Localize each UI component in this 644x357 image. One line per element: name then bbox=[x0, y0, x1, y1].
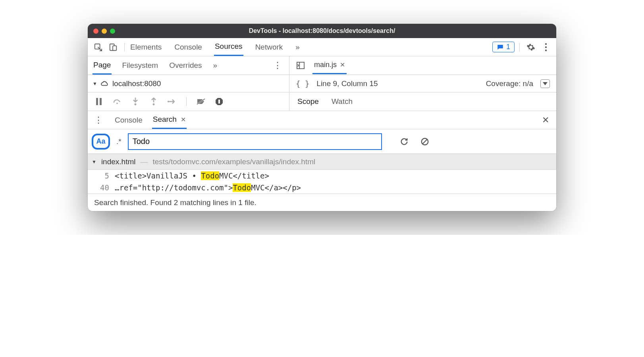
close-tab-icon[interactable]: ✕ bbox=[340, 61, 345, 69]
device-toolbar-icon[interactable] bbox=[107, 41, 120, 54]
editor-statusbar: { } Line 9, Column 15 Coverage: n/a bbox=[289, 75, 556, 92]
sources-body-row: ▼ localhost:8080 { } Line 9, Column 15 C… bbox=[88, 75, 556, 92]
tab-sources[interactable]: Sources bbox=[214, 38, 243, 56]
subtab-filesystem[interactable]: Filesystem bbox=[121, 57, 159, 74]
navigator-menu-icon[interactable]: ⋮ bbox=[271, 60, 284, 71]
line-number: 5 bbox=[97, 171, 109, 180]
window-title: DevTools - localhost:8080/docs/devtools/… bbox=[88, 27, 556, 35]
tab-network[interactable]: Network bbox=[255, 39, 284, 56]
tab-elements[interactable]: Elements bbox=[129, 39, 162, 56]
step-icon[interactable] bbox=[166, 95, 178, 108]
tree-expand-icon[interactable]: ▼ bbox=[92, 159, 96, 165]
minimize-window-button[interactable] bbox=[102, 29, 107, 34]
messages-badge[interactable]: 1 bbox=[492, 42, 515, 52]
svg-point-11 bbox=[135, 104, 137, 106]
tree-host-label: localhost:8080 bbox=[112, 79, 161, 88]
debugger-sidebar-tabs: Scope Watch bbox=[289, 92, 556, 111]
close-window-button[interactable] bbox=[93, 29, 98, 34]
svg-point-10 bbox=[116, 103, 118, 104]
close-search-tab-icon[interactable]: ✕ bbox=[181, 116, 186, 123]
traffic-lights bbox=[93, 29, 115, 34]
result-line[interactable]: 40 …ref="http://todomvc.com">TodoMVC</a>… bbox=[88, 182, 556, 194]
step-over-icon[interactable] bbox=[111, 95, 123, 108]
main-toolbar: Elements Console Sources Network » 1 bbox=[88, 38, 556, 56]
case-sensitive-toggle[interactable]: Aa bbox=[92, 134, 110, 150]
file-tab-mainjs[interactable]: main.js ✕ bbox=[312, 57, 347, 74]
dropdown-icon[interactable] bbox=[540, 79, 550, 88]
titlebar: DevTools - localhost:8080/docs/devtools/… bbox=[88, 24, 556, 38]
line-number: 40 bbox=[97, 183, 109, 192]
divider bbox=[124, 43, 125, 52]
debugger-toolbar bbox=[88, 92, 289, 111]
regex-toggle[interactable]: .* bbox=[114, 137, 124, 146]
drawer-menu-icon[interactable]: ⋮ bbox=[92, 115, 105, 125]
drawer-tab-search[interactable]: Search ✕ bbox=[152, 111, 187, 129]
search-bar: Aa .* bbox=[88, 129, 556, 154]
panel-tabs: Elements Console Sources Network » bbox=[129, 38, 301, 56]
svg-rect-16 bbox=[218, 100, 220, 104]
svg-rect-9 bbox=[100, 98, 102, 105]
case-sensitive-label: Aa bbox=[96, 137, 105, 146]
file-tree[interactable]: ▼ localhost:8080 bbox=[88, 75, 289, 92]
drawer-tab-search-label: Search bbox=[153, 115, 177, 123]
navigator-tabs: Page Filesystem Overrides » ⋮ bbox=[88, 56, 289, 75]
maximize-window-button[interactable] bbox=[110, 29, 115, 34]
divider bbox=[519, 43, 520, 52]
subtab-more[interactable]: » bbox=[212, 57, 218, 74]
drawer-tabs: ⋮ Console Search ✕ ✕ bbox=[88, 111, 556, 129]
search-status: Search finished. Found 2 matching lines … bbox=[88, 194, 556, 211]
svg-point-12 bbox=[153, 104, 155, 106]
result-file-name: index.html bbox=[101, 157, 136, 166]
devtools-window: DevTools - localhost:8080/docs/devtools/… bbox=[88, 24, 556, 211]
result-file-header[interactable]: ▼ index.html — tests/todomvc.com/example… bbox=[88, 154, 556, 170]
inspect-element-icon[interactable] bbox=[92, 41, 104, 54]
svg-rect-6 bbox=[297, 62, 304, 69]
svg-point-4 bbox=[545, 46, 547, 48]
toggle-navigator-icon[interactable] bbox=[294, 59, 307, 72]
svg-point-3 bbox=[545, 43, 547, 44]
deactivate-breakpoints-icon[interactable] bbox=[195, 95, 207, 108]
kebab-menu-icon[interactable] bbox=[540, 41, 552, 54]
tree-expand-icon[interactable]: ▼ bbox=[93, 81, 97, 86]
subtab-page[interactable]: Page bbox=[93, 57, 112, 75]
cloud-icon bbox=[100, 81, 109, 87]
refresh-icon[interactable] bbox=[398, 135, 411, 148]
settings-icon[interactable] bbox=[524, 41, 537, 54]
svg-rect-8 bbox=[96, 98, 98, 105]
subtab-watch[interactable]: Watch bbox=[331, 93, 353, 110]
file-tab-label: main.js bbox=[314, 61, 337, 69]
result-file-path: tests/todomvc.com/examples/vanillajs/ind… bbox=[153, 157, 316, 166]
line-content: <title>VanillaJS • TodoMVC</title> bbox=[115, 171, 269, 180]
drawer-tab-console[interactable]: Console bbox=[114, 112, 143, 129]
messages-count: 1 bbox=[506, 43, 510, 51]
svg-point-5 bbox=[545, 49, 547, 51]
subtab-overrides[interactable]: Overrides bbox=[168, 57, 202, 74]
debugger-row: Scope Watch bbox=[88, 92, 556, 111]
sources-header-row: Page Filesystem Overrides » ⋮ main.js ✕ bbox=[88, 56, 556, 75]
pause-icon[interactable] bbox=[93, 95, 105, 108]
line-content: …ref="http://todomvc.com">TodoMVC</a></p… bbox=[115, 183, 301, 192]
search-results: ▼ index.html — tests/todomvc.com/example… bbox=[88, 154, 556, 194]
clear-icon[interactable] bbox=[418, 135, 431, 148]
svg-rect-2 bbox=[113, 46, 116, 50]
divider bbox=[186, 97, 187, 106]
coverage-label: Coverage: n/a bbox=[486, 79, 533, 88]
svg-line-18 bbox=[422, 139, 427, 144]
search-input[interactable] bbox=[128, 133, 382, 150]
step-into-icon[interactable] bbox=[129, 95, 142, 108]
subtab-scope[interactable]: Scope bbox=[297, 93, 320, 110]
editor-tabbar: main.js ✕ bbox=[289, 56, 556, 75]
result-line[interactable]: 5 <title>VanillaJS • TodoMVC</title> bbox=[88, 170, 556, 182]
format-icon[interactable]: { } bbox=[296, 79, 309, 88]
cursor-position: Line 9, Column 15 bbox=[316, 79, 378, 88]
tab-more[interactable]: » bbox=[295, 39, 301, 56]
step-out-icon[interactable] bbox=[147, 95, 160, 108]
svg-point-13 bbox=[168, 101, 169, 102]
tab-console[interactable]: Console bbox=[174, 39, 203, 56]
pause-exceptions-icon[interactable] bbox=[213, 95, 226, 108]
close-drawer-icon[interactable]: ✕ bbox=[539, 115, 552, 125]
